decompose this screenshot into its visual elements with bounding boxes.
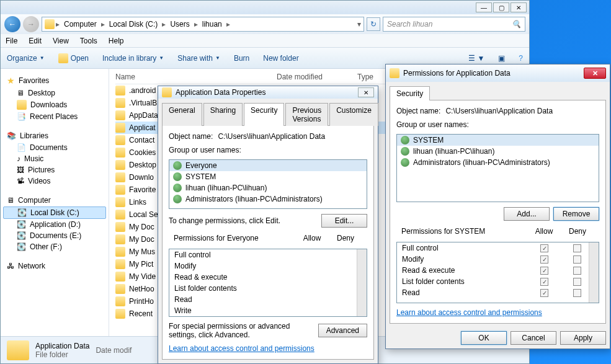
breadcrumb[interactable]: Users [167, 20, 192, 29]
tab-security[interactable]: Security [390, 86, 430, 100]
maximize-button[interactable]: ▢ [493, 2, 509, 12]
chevron-right-icon: ▸ [226, 20, 230, 29]
permission-row: Read & execute [169, 272, 367, 283]
dialog-titlebar[interactable]: Permissions for Application Data ✕ [386, 64, 610, 82]
deny-checkbox[interactable] [573, 278, 581, 286]
user-icon [401, 158, 409, 167]
apply-button[interactable]: Apply [560, 331, 606, 345]
menu-file[interactable]: File [6, 37, 17, 45]
computer-group[interactable]: 🖥Computer [3, 194, 106, 206]
learn-link[interactable]: Learn about access control and permissio… [396, 308, 599, 317]
chevron-down-icon: ▼ [159, 55, 164, 61]
users-list[interactable]: SYSTEM lihuan (lihuan-PC\lihuan) Adminis… [396, 134, 599, 202]
user-item[interactable]: Everyone [169, 160, 367, 171]
deny-checkbox[interactable] [573, 255, 581, 264]
help-button[interactable]: ? [519, 54, 523, 63]
minimize-button[interactable]: — [476, 2, 492, 12]
search-input[interactable]: Search lihuan 🔍 [383, 17, 525, 32]
ok-button[interactable]: OK [461, 331, 507, 345]
edit-button[interactable]: Edit... [321, 214, 367, 228]
allow-checkbox[interactable] [540, 278, 548, 286]
menu-help[interactable]: Help [109, 37, 124, 45]
user-item[interactable]: SYSTEM [169, 171, 367, 182]
sidebar-item-documents[interactable]: 📄Documents [3, 142, 106, 153]
cancel-button[interactable]: Cancel [511, 331, 556, 345]
sidebar-item-videos[interactable]: 📽Videos [3, 175, 106, 187]
allow-checkbox[interactable] [540, 244, 548, 252]
folder-icon [115, 222, 125, 232]
user-item[interactable]: lihuan (lihuan-PC\lihuan) [397, 146, 599, 157]
user-item[interactable]: lihuan (lihuan-PC\lihuan) [169, 182, 367, 193]
breadcrumb[interactable]: Computer [61, 20, 100, 29]
tab-customize[interactable]: Customize [329, 103, 378, 126]
permission-name: Full control [174, 251, 362, 259]
sidebar-item-desktop[interactable]: 🖥Desktop [3, 87, 106, 99]
user-item[interactable]: Administrators (lihuan-PC\Administrators… [169, 193, 367, 205]
folder-icon [115, 98, 125, 108]
sidebar-item-local-disk-c[interactable]: 💽Local Disk (C:) [3, 206, 106, 219]
user-item[interactable]: Administrators (lihuan-PC\Administrators… [397, 157, 599, 168]
sidebar-item-drive-d[interactable]: 💽Application (D:) [3, 219, 106, 230]
menu-edit[interactable]: Edit [29, 37, 42, 45]
view-options-button[interactable]: ☰ ▼ [468, 54, 484, 63]
share-with-button[interactable]: Share with ▼ [177, 54, 220, 63]
column-date[interactable]: Date modified [277, 73, 357, 81]
sidebar-item-drive-f[interactable]: 💽Other (F:) [3, 241, 106, 252]
network-group[interactable]: 🖧Network [3, 260, 106, 272]
change-permissions-text: To change permissions, click Edit. [169, 216, 316, 225]
preview-pane-button[interactable]: ▣ [498, 54, 505, 63]
menu-view[interactable]: View [53, 37, 69, 45]
back-button[interactable]: ← [4, 16, 20, 32]
deny-checkbox[interactable] [573, 289, 581, 297]
chevron-down-icon[interactable]: ▾ [357, 20, 361, 29]
add-button[interactable]: Add... [504, 207, 550, 221]
close-button[interactable]: ✕ [358, 87, 374, 97]
menu-bar: File Edit View Tools Help [1, 34, 529, 48]
tab-general[interactable]: General [162, 103, 202, 126]
dialog-titlebar[interactable]: Application Data Properties ✕ [158, 86, 378, 99]
deny-checkbox[interactable] [573, 244, 581, 252]
sidebar-item-music[interactable]: ♪Music [3, 153, 106, 164]
sidebar-item-drive-e[interactable]: 💽Documents (E:) [3, 230, 106, 241]
close-button[interactable]: ✕ [584, 68, 606, 79]
learn-link[interactable]: Learn about access control and permissio… [169, 344, 367, 353]
favorites-group[interactable]: ★Favorites [3, 74, 106, 87]
include-library-button[interactable]: Include in library ▼ [102, 54, 164, 63]
burn-button[interactable]: Burn [234, 54, 249, 63]
refresh-button[interactable]: ↻ [367, 17, 380, 31]
breadcrumb[interactable]: lihuan [199, 20, 225, 29]
folder-icon [115, 123, 125, 133]
column-type[interactable]: Type [357, 73, 373, 81]
file-name: .android [129, 86, 156, 95]
allow-checkbox[interactable] [540, 255, 548, 264]
forward-button[interactable]: → [23, 16, 39, 32]
open-button[interactable]: Open [58, 53, 89, 63]
organize-button[interactable]: Organize ▼ [7, 54, 45, 63]
close-button[interactable]: ✕ [511, 2, 527, 12]
column-name[interactable]: Name [115, 73, 277, 81]
breadcrumb[interactable]: Local Disk (C:) [106, 20, 161, 29]
scrollbar[interactable] [589, 242, 599, 303]
tab-security[interactable]: Security [244, 103, 284, 126]
tab-strip: Security [390, 86, 606, 100]
permission-name: Read [402, 288, 528, 297]
advanced-button[interactable]: Advanced [318, 324, 367, 337]
address-bar[interactable]: ▸ Computer ▸ Local Disk (C:) ▸ Users ▸ l… [42, 17, 364, 32]
libraries-group[interactable]: 📚Libraries [3, 130, 106, 142]
user-item[interactable]: SYSTEM [397, 135, 599, 146]
allow-checkbox[interactable] [540, 289, 548, 297]
new-folder-button[interactable]: New folder [263, 54, 298, 63]
remove-button[interactable]: Remove [553, 207, 599, 221]
sidebar-item-recent[interactable]: 📑Recent Places [3, 111, 106, 122]
sidebar-item-downloads[interactable]: Downloads [3, 99, 106, 111]
scrollbar[interactable] [357, 249, 367, 316]
menu-tools[interactable]: Tools [80, 37, 97, 45]
users-list[interactable]: Everyone SYSTEM lihuan (lihuan-PC\lihuan… [169, 159, 367, 209]
folder-icon [115, 172, 125, 182]
tab-previous-versions[interactable]: Previous Versions [285, 103, 328, 126]
tab-sharing[interactable]: Sharing [203, 103, 243, 126]
sidebar-item-pictures[interactable]: 🖼Pictures [3, 164, 106, 175]
allow-checkbox[interactable] [540, 267, 548, 275]
file-name: My Mus [129, 247, 155, 256]
deny-checkbox[interactable] [573, 267, 581, 275]
